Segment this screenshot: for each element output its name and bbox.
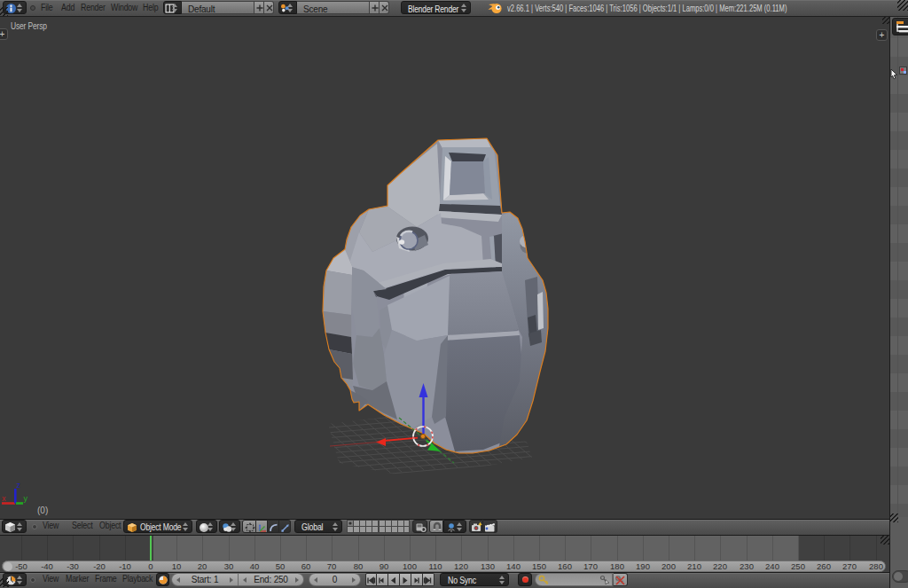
svg-text:y: y: [24, 494, 28, 503]
svg-text:z: z: [17, 482, 21, 490]
svg-text:x: x: [2, 494, 6, 503]
